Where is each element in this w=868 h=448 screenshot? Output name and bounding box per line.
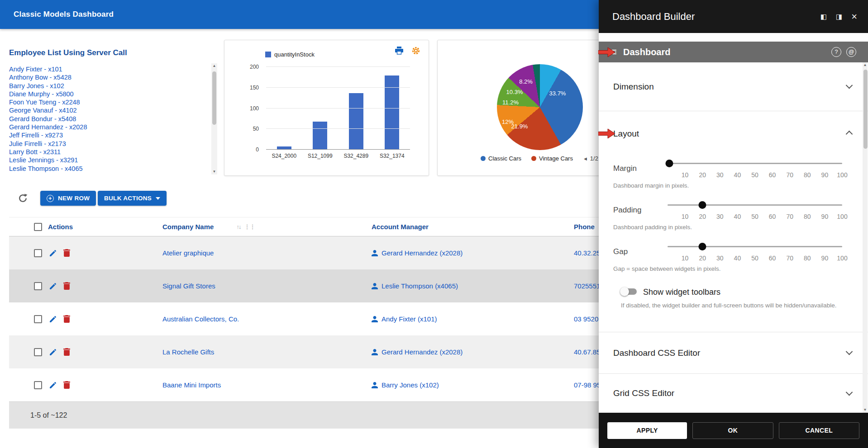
legend-item[interactable]: Classic Cars bbox=[481, 155, 521, 162]
employee-link[interactable]: Julie Firrelli - x2173 bbox=[9, 140, 203, 148]
delete-icon[interactable] bbox=[63, 381, 70, 389]
tick-label: 70 bbox=[786, 255, 793, 262]
manager-link[interactable]: Leslie Thompson (x4065) bbox=[382, 282, 458, 290]
delete-icon[interactable] bbox=[63, 315, 70, 323]
employee-link[interactable]: Leslie Thompson - x4065 bbox=[9, 165, 203, 173]
company-link[interactable]: Signal Gift Stores bbox=[162, 282, 215, 290]
drag-handle-icon[interactable]: ⋮⋮ bbox=[244, 223, 255, 230]
delete-icon[interactable] bbox=[63, 282, 70, 290]
employee-link[interactable]: Barry Jones - x102 bbox=[9, 82, 203, 90]
gear-icon[interactable] bbox=[411, 46, 420, 55]
bar-chart-x-axis: S24_2000S12_1099S32_4289S32_1374 bbox=[266, 153, 410, 159]
accordion-dimension[interactable]: Dimension bbox=[599, 62, 868, 111]
column-header-company[interactable]: Company Name bbox=[162, 223, 214, 231]
manager-link[interactable]: Andy Fixter (x101) bbox=[382, 315, 437, 323]
employee-link[interactable]: Andy Fixter - x101 bbox=[9, 65, 203, 73]
tick-label: 90 bbox=[821, 171, 829, 179]
employee-list-scrollbar[interactable]: ▲ ▼ bbox=[211, 63, 217, 174]
accordion-layout[interactable]: Layout bbox=[599, 111, 868, 156]
row-checkbox[interactable] bbox=[34, 315, 42, 323]
edit-icon[interactable] bbox=[49, 249, 57, 257]
show-widget-toolbars-toggle[interactable] bbox=[620, 287, 637, 296]
apply-button[interactable]: APPLY bbox=[607, 422, 687, 439]
column-header-manager[interactable]: Account Manager bbox=[372, 223, 429, 231]
help-icon[interactable]: ? bbox=[831, 47, 841, 57]
pie-slice-label: 10.3% bbox=[506, 89, 523, 95]
builder-scrollbar[interactable]: ▲ ▼ bbox=[863, 62, 868, 413]
new-row-button[interactable]: + NEW ROW bbox=[40, 191, 96, 206]
company-link[interactable]: Atelier graphique bbox=[162, 249, 214, 257]
gridline bbox=[266, 149, 410, 150]
gap-slider-thumb[interactable] bbox=[699, 243, 706, 250]
scroll-down-icon[interactable]: ▼ bbox=[863, 407, 868, 413]
manager-link[interactable]: Barry Jones (x102) bbox=[382, 381, 439, 389]
scroll-up-icon[interactable]: ▲ bbox=[211, 63, 217, 69]
sort-icon[interactable]: ↑↓ bbox=[236, 223, 240, 230]
employee-link[interactable]: Leslie Jennings - x3291 bbox=[9, 156, 203, 164]
tick-label: 100 bbox=[837, 213, 847, 220]
bulk-actions-button[interactable]: BULK ACTIONS bbox=[98, 191, 167, 206]
slider-track[interactable] bbox=[668, 163, 842, 164]
cell-checkbox bbox=[9, 282, 45, 290]
hamburger-icon[interactable]: ≡ bbox=[610, 47, 617, 57]
pie-slice-label: 8.2% bbox=[519, 78, 533, 85]
tick-label: 50 bbox=[751, 171, 758, 179]
company-link[interactable]: Australian Collectors, Co. bbox=[162, 315, 239, 323]
padding-slider-thumb[interactable] bbox=[699, 201, 706, 209]
employee-link[interactable]: Anthony Bow - x5428 bbox=[9, 73, 203, 81]
bar-chart-legend[interactable]: quantityInStock bbox=[265, 51, 315, 58]
legend-item[interactable]: Vintage Cars bbox=[531, 155, 573, 162]
slider-track[interactable] bbox=[668, 204, 842, 206]
margin-slider-thumb[interactable] bbox=[665, 160, 673, 167]
table-row: Atelier graphiqueGerard Hernandez (x2028… bbox=[9, 236, 634, 269]
slider-track[interactable] bbox=[668, 246, 842, 247]
edit-icon[interactable] bbox=[49, 282, 57, 290]
employee-link[interactable]: Diane Murphy - x5800 bbox=[9, 90, 203, 98]
employee-link[interactable]: George Vanauf - x4102 bbox=[9, 106, 203, 114]
builder-dashboard-bar[interactable]: ≡ Dashboard ? @ bbox=[599, 42, 868, 62]
scroll-down-icon[interactable]: ▼ bbox=[211, 169, 217, 174]
pie-slice-label: 12% bbox=[502, 118, 514, 125]
print-icon[interactable] bbox=[395, 47, 404, 55]
pie-slice-label: 33.7% bbox=[549, 90, 566, 97]
company-link[interactable]: Baane Mini Imports bbox=[162, 381, 221, 389]
edit-icon[interactable] bbox=[49, 315, 57, 323]
employee-link[interactable]: Larry Bott - x2311 bbox=[9, 148, 203, 156]
slider-label: Gap bbox=[613, 247, 628, 256]
close-icon[interactable]: × bbox=[851, 12, 857, 22]
about-icon[interactable]: @ bbox=[846, 47, 856, 57]
dock-left-icon[interactable]: ◧ bbox=[820, 13, 827, 20]
slider-hint: Gap = space between widgets in pixels. bbox=[613, 265, 721, 272]
cancel-button[interactable]: CANCEL bbox=[779, 422, 859, 439]
row-checkbox[interactable] bbox=[34, 282, 42, 290]
employee-link[interactable]: Gerard Hernandez - x2028 bbox=[9, 123, 203, 131]
refresh-icon[interactable] bbox=[18, 193, 28, 203]
employee-link[interactable]: Jeff Firrelli - x9273 bbox=[9, 131, 203, 139]
bar-column bbox=[302, 67, 339, 150]
dock-right-icon[interactable]: ◨ bbox=[836, 13, 842, 20]
edit-icon[interactable] bbox=[49, 381, 57, 389]
scrollbar-thumb[interactable] bbox=[863, 70, 868, 149]
manager-link[interactable]: Gerard Hernandez (x2028) bbox=[382, 249, 463, 257]
scrollbar-thumb[interactable] bbox=[212, 71, 216, 125]
column-header-phone[interactable]: Phone bbox=[574, 223, 595, 231]
company-link[interactable]: La Rochelle Gifts bbox=[162, 348, 214, 356]
employee-link[interactable]: Gerard Bondur - x5408 bbox=[9, 115, 203, 123]
manager-link[interactable]: Gerard Hernandez (x2028) bbox=[382, 348, 463, 356]
select-all-checkbox[interactable] bbox=[34, 223, 42, 231]
edit-icon[interactable] bbox=[49, 348, 57, 356]
ok-button[interactable]: OK bbox=[692, 422, 773, 439]
employee-link[interactable]: Foon Yue Tseng - x2248 bbox=[9, 98, 203, 106]
delete-icon[interactable] bbox=[63, 249, 70, 257]
row-checkbox[interactable] bbox=[34, 381, 42, 389]
scroll-up-icon[interactable]: ▲ bbox=[863, 62, 868, 68]
cell-company: La Rochelle Gifts bbox=[161, 348, 370, 356]
accordion-grid-css-editor[interactable]: Grid CSS Editor bbox=[599, 373, 868, 413]
accordion-dashboard-css-editor[interactable]: Dashboard CSS Editor bbox=[599, 332, 868, 373]
row-checkbox[interactable] bbox=[34, 249, 42, 257]
row-checkbox[interactable] bbox=[34, 348, 42, 356]
chevron-left-icon[interactable]: ◄ bbox=[583, 156, 588, 161]
builder-title: Dashboard Builder bbox=[612, 11, 820, 23]
delete-icon[interactable] bbox=[63, 348, 70, 356]
tick-label: 60 bbox=[769, 255, 776, 262]
